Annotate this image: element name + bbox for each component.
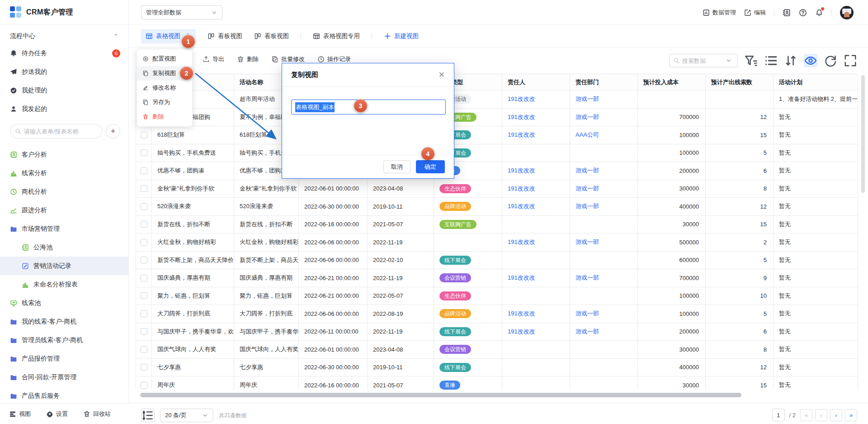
sidebar-menu-item-5[interactable]: 公海池 — [0, 238, 128, 257]
fullscreen-icon[interactable] — [844, 54, 857, 67]
horizontal-scrollbar[interactable] — [136, 393, 858, 397]
sidebar-item-1[interactable]: 抄送我的 — [0, 62, 128, 81]
sidebar-menu-item-4[interactable]: 市场营销管理 — [0, 219, 128, 238]
record-link[interactable]: 游戏一部 — [576, 310, 599, 318]
sidebar-menu-item-12[interactable]: 合同-回款-开票管理 — [0, 368, 128, 386]
visibility-icon[interactable] — [804, 54, 817, 67]
edit-button[interactable]: 编辑 — [744, 9, 766, 17]
sidebar-footer-设置[interactable]: 设置 — [46, 410, 68, 418]
record-link[interactable]: 191改改改 — [508, 310, 535, 318]
data-manage-button[interactable]: 数据管理 — [703, 9, 736, 17]
record-link[interactable]: 191改改改 — [508, 167, 535, 175]
data-scope-select[interactable]: 管理全部数据 — [141, 5, 222, 19]
record-link[interactable]: 游戏一部 — [576, 185, 599, 193]
cancel-button[interactable]: 取消 — [383, 160, 410, 173]
record-link[interactable]: 191改改改 — [508, 113, 535, 121]
notification-bell-icon[interactable] — [815, 9, 823, 17]
row-checkbox[interactable] — [141, 149, 147, 156]
menu-item-另存为[interactable]: 另存为 — [137, 95, 192, 110]
row-checkbox[interactable] — [141, 275, 147, 281]
sidebar-menu-item-10[interactable]: 管理员线索-客户-商机 — [0, 331, 128, 349]
tab-表格视图专用-3[interactable]: 表格视图专用 — [313, 32, 360, 40]
sidebar-menu-item-8[interactable]: 线索池 — [0, 294, 128, 312]
table-search-field[interactable] — [682, 57, 723, 64]
record-link[interactable]: 游戏一部 — [576, 113, 599, 121]
form-search-input[interactable] — [10, 124, 102, 138]
record-link[interactable]: 游戏一部 — [576, 202, 599, 210]
sidebar-menu-item-1[interactable]: 线索分析 — [0, 164, 128, 182]
column-header-5[interactable]: 责任人 — [502, 74, 570, 91]
next-page-button[interactable]: › — [830, 409, 842, 421]
toolbar-操作记录-button[interactable]: 操作记录 — [317, 55, 351, 63]
sidebar-menu-item-0[interactable]: 客户分析 — [0, 145, 128, 164]
sidebar-menu-item-9[interactable]: 我的线索-客户-商机 — [0, 312, 128, 331]
field-list-icon[interactable] — [764, 54, 778, 67]
help-icon[interactable] — [799, 9, 807, 17]
form-search-field[interactable] — [24, 128, 97, 135]
tab-看板视图-2[interactable]: 看板视图 — [254, 32, 289, 40]
current-page-input[interactable]: 1 — [772, 409, 785, 421]
sidebar-menu-item-11[interactable]: 产品报价管理 — [0, 349, 128, 368]
page-size-select[interactable]: 20 条/页 — [160, 409, 213, 422]
record-link[interactable]: 游戏一部 — [576, 167, 599, 175]
row-checkbox[interactable] — [141, 203, 147, 210]
toolbar-导出-button[interactable]: 导出 — [203, 55, 224, 63]
column-header-8[interactable]: 预计产出线索数 — [706, 74, 774, 91]
vertical-scrollbar[interactable] — [861, 75, 865, 193]
menu-item-配置视图[interactable]: 配置视图 — [137, 52, 192, 66]
record-link[interactable]: 游戏一部 — [576, 274, 599, 282]
sidebar-footer-回收站[interactable]: 回收站 — [83, 410, 111, 418]
confirm-button[interactable]: 确定 — [416, 160, 445, 173]
sidebar-menu-item-7[interactable]: 未命名分析报表 — [0, 275, 128, 294]
user-avatar[interactable] — [840, 6, 854, 19]
record-link[interactable]: 游戏一部 — [576, 328, 599, 336]
sidebar-menu-item-3[interactable]: 跟进分析 — [0, 201, 128, 219]
column-header-9[interactable]: 活动计划 — [774, 74, 858, 91]
contact-book-icon[interactable] — [783, 9, 791, 17]
menu-item-修改名称[interactable]: 修改名称 — [137, 81, 192, 95]
tab-看板视图-1[interactable]: 看板视图 — [208, 32, 242, 40]
view-name-input[interactable]: 表格视图_副本 — [291, 100, 446, 114]
sidebar-menu-item-2[interactable]: 商机分析 — [0, 182, 128, 201]
sidebar-section-process-center[interactable]: 流程中心 ⌃ — [0, 29, 128, 44]
row-checkbox[interactable] — [141, 364, 147, 371]
row-checkbox[interactable] — [141, 185, 147, 192]
column-header-6[interactable]: 责任部门 — [570, 74, 638, 91]
first-page-button[interactable]: « — [800, 409, 812, 421]
row-checkbox[interactable] — [141, 239, 147, 246]
record-link[interactable]: 191改改改 — [508, 274, 535, 282]
sidebar-item-2[interactable]: 我处理的 — [0, 81, 128, 100]
row-checkbox[interactable] — [141, 346, 147, 353]
row-height-icon[interactable] — [141, 409, 155, 422]
record-link[interactable]: 191改改改 — [508, 238, 535, 246]
row-checkbox[interactable] — [141, 257, 147, 263]
last-page-button[interactable]: » — [845, 409, 857, 421]
add-form-button[interactable]: + — [106, 124, 120, 138]
sidebar-menu-item-6[interactable]: 营销活动记录 — [0, 257, 128, 275]
close-icon[interactable]: ✕ — [439, 70, 445, 80]
prev-page-button[interactable]: ‹ — [815, 409, 827, 421]
scrollbar-thumb[interactable] — [140, 393, 741, 397]
toolbar-批量修改-button[interactable]: 批量修改 — [271, 55, 305, 63]
record-link[interactable]: 191改改改 — [508, 95, 535, 103]
row-checkbox[interactable] — [141, 221, 147, 228]
sort-icon[interactable] — [784, 54, 797, 67]
record-link[interactable]: AAA公司 — [576, 131, 599, 139]
row-checkbox[interactable] — [141, 310, 147, 317]
record-link[interactable]: 游戏一部 — [576, 238, 599, 246]
record-link[interactable]: 游戏一部 — [576, 95, 599, 103]
row-checkbox[interactable] — [141, 167, 147, 174]
sidebar-footer-视图[interactable]: 视图 — [9, 410, 31, 418]
menu-item-删除[interactable]: 删除 — [137, 110, 192, 124]
filter-icon[interactable] — [744, 54, 758, 67]
sidebar-item-0[interactable]: 待办任务6 — [0, 44, 128, 62]
column-header-7[interactable]: 预计投入成本 — [638, 74, 706, 91]
toolbar-删除-button[interactable]: 删除 — [237, 55, 259, 63]
record-link[interactable]: 191改改改 — [508, 131, 535, 139]
table-search-input[interactable] — [669, 54, 738, 67]
refresh-icon[interactable] — [824, 54, 837, 67]
sidebar-menu-item-13[interactable]: 产品售后服务 — [0, 386, 128, 405]
tab-新建视图-4[interactable]: 新建视图 — [384, 32, 419, 40]
record-link[interactable]: 191改改改 — [508, 185, 535, 193]
row-checkbox[interactable] — [141, 132, 147, 138]
